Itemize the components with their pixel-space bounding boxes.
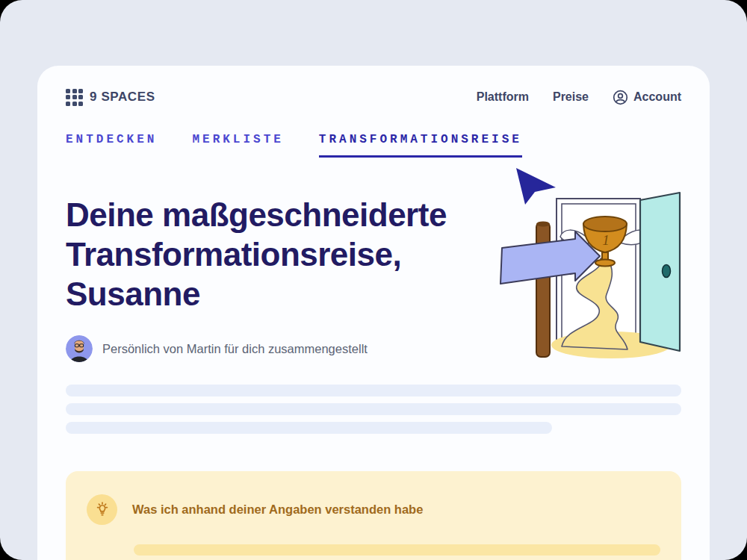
- martin-avatar-image: [66, 335, 93, 362]
- trophy-number: 1: [602, 232, 610, 248]
- logo-text: 9 SPACES: [90, 90, 155, 105]
- nav-item-account[interactable]: Account: [613, 90, 681, 105]
- open-door: [640, 193, 680, 351]
- lightbulb-icon-badge: [87, 494, 117, 525]
- top-nav: Plattform Preise Account: [477, 90, 681, 105]
- byline-text: Persönlich von Martin für dich zusammeng…: [102, 342, 368, 356]
- insight-card: Was ich anhand deiner Angaben verstanden…: [66, 471, 681, 560]
- grid-logo-icon: [66, 89, 83, 106]
- page-background: 9 SPACES Plattform Preise Account ENTDEC…: [0, 0, 747, 560]
- nav-item-label: Account: [633, 90, 681, 104]
- header: 9 SPACES Plattform Preise Account: [66, 87, 681, 108]
- door-handle: [663, 265, 671, 278]
- tab-merkliste[interactable]: MERKLISTE: [192, 133, 283, 158]
- insight-card-title: Was ich anhand deiner Angaben verstanden…: [132, 503, 423, 517]
- lightbulb-icon: [93, 501, 111, 519]
- tab-bar: ENTDECKEN MERKLISTE TRANSFORMATIONSREISE: [66, 133, 681, 158]
- cursor-pointer-icon: [516, 168, 556, 205]
- placeholder-line: [66, 385, 681, 396]
- insight-placeholder-block: [134, 544, 660, 560]
- text-placeholder-block: [66, 385, 681, 434]
- placeholder-line: [66, 422, 552, 434]
- door-to-success-illustration: 1: [493, 164, 681, 360]
- placeholder-line: [66, 403, 681, 415]
- page-title: Deine maßgeschneiderte Transformationsre…: [66, 195, 533, 314]
- tab-entdecken[interactable]: ENTDECKEN: [66, 133, 157, 158]
- insight-card-header: Was ich anhand deiner Angaben verstanden…: [87, 494, 660, 525]
- logo[interactable]: 9 SPACES: [66, 89, 155, 106]
- tab-transformationsreise[interactable]: TRANSFORMATIONSREISE: [319, 133, 522, 158]
- avatar: [66, 335, 93, 362]
- nav-item-preise[interactable]: Preise: [553, 90, 589, 104]
- nav-item-plattform[interactable]: Plattform: [477, 90, 529, 104]
- placeholder-line: [134, 544, 660, 556]
- account-icon: [613, 90, 628, 105]
